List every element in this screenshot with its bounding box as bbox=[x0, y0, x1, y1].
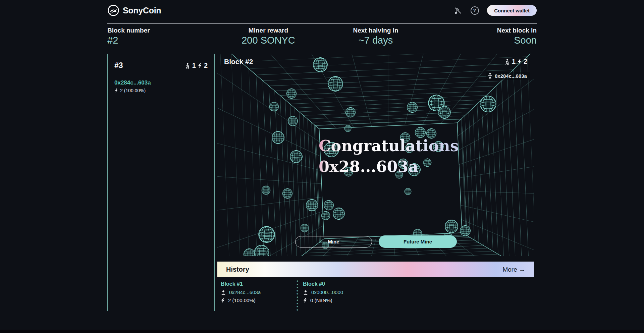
stats-row: Block number #2 Miner reward 200 SONYC N… bbox=[107, 23, 537, 46]
history-bar: History More → bbox=[217, 262, 534, 277]
brand-title: SonyCoin bbox=[123, 6, 161, 15]
stat-value: Soon bbox=[429, 34, 537, 46]
history-block-title: Block #1 bbox=[221, 281, 261, 287]
congratulations-text: Congratulations 0x28...603a bbox=[319, 135, 459, 177]
winner-address-chip: 0x284c...603a bbox=[486, 72, 530, 80]
stat-value: 200 SONYC bbox=[215, 34, 322, 46]
scene-block-label: Block #2 bbox=[224, 58, 253, 66]
sonycoin-app: SonyCoin ? Connect wallet Block number #… bbox=[0, 0, 644, 333]
future-mine-button[interactable]: Future Mine bbox=[379, 235, 457, 248]
person-bust-icon bbox=[303, 290, 308, 295]
lightning-icon bbox=[517, 59, 522, 64]
miners-power-badge: 1 2 bbox=[184, 62, 208, 69]
miner-share: 2 (100.00%) bbox=[120, 88, 146, 93]
history-block-share: 2 (100.00%) bbox=[228, 297, 256, 303]
power-total: 2 bbox=[524, 58, 527, 65]
stat-label: Miner reward bbox=[215, 27, 322, 34]
sound-toggle-button[interactable] bbox=[453, 6, 462, 15]
miners-count: 1 bbox=[512, 58, 516, 65]
stat-next-block: Next block in Soon bbox=[429, 27, 537, 46]
walking-person-icon bbox=[504, 59, 510, 65]
history-title: History bbox=[226, 266, 249, 273]
next-block-panel: #3 1 2 0x284c...603a bbox=[107, 54, 215, 311]
congrats-line2: 0x28...603a bbox=[319, 156, 459, 177]
miners-count: 1 bbox=[192, 62, 196, 69]
standing-person-icon bbox=[487, 73, 493, 79]
history-separator: * * * * * * * * * * bbox=[297, 280, 298, 312]
history-block-address: 0x284c...603a bbox=[229, 289, 261, 295]
lightning-icon bbox=[303, 298, 307, 303]
history-item-block-1[interactable]: Block #1 0x284c...603a 2 (100.00%) bbox=[221, 281, 261, 306]
bottom-strip bbox=[0, 330, 644, 333]
scene-buttons: Mine Future Mine bbox=[295, 235, 457, 248]
lightning-icon bbox=[221, 298, 225, 303]
music-off-icon bbox=[454, 6, 462, 15]
miner-entry: 0x284c...603a 2 (100.00%) bbox=[114, 79, 208, 93]
person-bust-icon bbox=[221, 290, 226, 295]
lightning-icon bbox=[198, 63, 202, 68]
history-block-share: 0 (NaN%) bbox=[310, 297, 332, 303]
history-block-title: Block #0 bbox=[303, 281, 343, 287]
stat-label: Next block in bbox=[429, 27, 537, 34]
mining-scene-canvas[interactable]: Block #2 1 2 0x284c...603a bbox=[217, 54, 534, 256]
stat-block-number: Block number #2 bbox=[107, 27, 215, 46]
congrats-line1: Congratulations bbox=[319, 135, 459, 156]
header: SonyCoin ? Connect wallet bbox=[107, 0, 537, 21]
stat-label: Block number bbox=[107, 27, 215, 34]
help-button[interactable]: ? bbox=[470, 6, 479, 15]
history-more-link[interactable]: More → bbox=[502, 266, 525, 273]
sonycoin-logo-icon bbox=[107, 4, 119, 16]
lightning-icon bbox=[114, 88, 118, 93]
help-icon: ? bbox=[471, 6, 479, 15]
walking-person-icon bbox=[184, 63, 191, 69]
connect-wallet-button[interactable]: Connect wallet bbox=[487, 5, 537, 16]
brand-home-link[interactable]: SonyCoin bbox=[107, 4, 161, 16]
history-block-address: 0x0000...0000 bbox=[311, 289, 343, 295]
stat-value: ~7 days bbox=[322, 34, 429, 46]
stat-value: #2 bbox=[107, 34, 215, 46]
stat-miner-reward: Miner reward 200 SONYC bbox=[215, 27, 322, 46]
stat-label: Next halving in bbox=[322, 27, 429, 34]
stat-next-halving: Next halving in ~7 days bbox=[322, 27, 429, 46]
mine-button[interactable]: Mine bbox=[295, 236, 372, 247]
history-item-block-0[interactable]: Block #0 0x0000...0000 0 (NaN%) bbox=[303, 281, 343, 306]
miner-address: 0x284c...603a bbox=[114, 79, 208, 86]
header-actions: ? Connect wallet bbox=[453, 5, 537, 16]
power-total: 2 bbox=[204, 62, 208, 69]
winner-address: 0x284c...603a bbox=[495, 73, 527, 79]
scene-miners-power-badge: 1 2 bbox=[504, 58, 527, 65]
next-block-title: #3 bbox=[114, 61, 123, 70]
